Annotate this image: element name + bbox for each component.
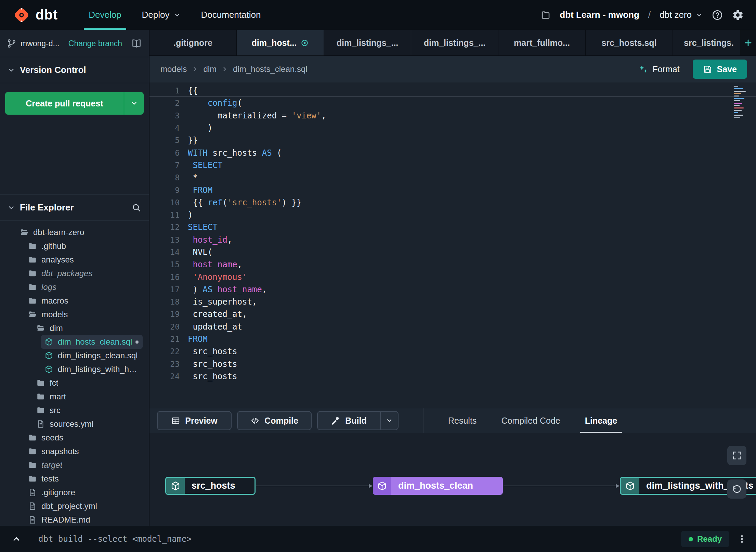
save-label: Save xyxy=(717,64,737,74)
editor-tab[interactable]: src_listings. xyxy=(673,30,745,55)
code-line[interactable]: 4 ) xyxy=(149,122,756,134)
code-line[interactable]: 10 {{ ref('src_hosts') }} xyxy=(149,196,756,209)
minimap[interactable] xyxy=(734,86,751,119)
line-number: 3 xyxy=(149,111,180,120)
code-text: src_hosts xyxy=(180,347,237,356)
code-line[interactable]: 5}} xyxy=(149,134,756,146)
code-line[interactable]: 7 SELECT xyxy=(149,159,756,171)
tree-item[interactable]: tests xyxy=(0,472,149,486)
tree-item[interactable]: dim_listings_clean.sql xyxy=(0,349,149,362)
code-line[interactable]: 18 is_superhost, xyxy=(149,296,756,308)
code-text: updated_at xyxy=(180,322,242,332)
tree-item[interactable]: .gitignore xyxy=(0,486,149,499)
breadcrumb-bar: modelsdimdim_hosts_clean.sql Format Save xyxy=(149,56,756,82)
build-button[interactable]: Build xyxy=(317,411,399,430)
tree-item[interactable]: analyses xyxy=(0,253,149,267)
build-options-chevron-icon[interactable] xyxy=(380,412,398,429)
expand-console-chevron-icon[interactable] xyxy=(9,531,24,547)
command-input[interactable]: dbt build --select <model_name> xyxy=(38,534,192,544)
lineage-node[interactable]: dim_hosts_clean xyxy=(373,477,503,495)
code-editor[interactable]: 1{{2 config(3 materialized = 'view',4 )5… xyxy=(149,82,756,408)
code-line[interactable]: 17 ) AS host_name, xyxy=(149,283,756,296)
nav-develop[interactable]: Develop xyxy=(78,0,131,30)
code-line[interactable]: 23 src_hosts xyxy=(149,358,756,370)
tree-item[interactable]: dbt_packages xyxy=(0,267,149,280)
tree-item[interactable]: seeds xyxy=(0,431,149,445)
tree-item[interactable]: logs xyxy=(0,280,149,294)
compile-button[interactable]: Compile xyxy=(237,411,312,430)
result-tab-lineage[interactable]: Lineage xyxy=(573,408,629,433)
code-line[interactable]: 8 * xyxy=(149,171,756,184)
tree-item[interactable]: dim_listings_with_hosts... xyxy=(0,362,149,376)
code-line[interactable]: 1{{ xyxy=(149,85,756,97)
tree-item[interactable]: mart xyxy=(0,390,149,403)
code-line[interactable]: 21FROM xyxy=(149,333,756,345)
breadcrumb-item[interactable]: dim_hosts_clean.sql xyxy=(233,64,307,74)
line-number: 4 xyxy=(149,124,180,132)
tree-item[interactable]: dbt_project.yml xyxy=(0,499,149,513)
code-line[interactable]: 16 'Anonymous' xyxy=(149,271,756,283)
tree-item[interactable]: snapshots xyxy=(0,445,149,458)
code-line[interactable]: 13 host_id, xyxy=(149,234,756,246)
search-icon[interactable] xyxy=(132,203,141,213)
tree-item[interactable]: src xyxy=(0,403,149,417)
editor-tab[interactable]: src_hosts.sql xyxy=(586,30,673,55)
tree-item-label: mart xyxy=(50,392,66,401)
preview-button[interactable]: Preview xyxy=(157,411,232,430)
code-line[interactable]: 24 src_hosts xyxy=(149,370,756,383)
create-pr-dropdown-chevron[interactable] xyxy=(124,92,144,115)
create-pull-request-button[interactable]: Create pull request xyxy=(5,92,144,115)
tree-item[interactable]: dbt-learn-zero xyxy=(0,226,149,239)
code-line[interactable]: 9 FROM xyxy=(149,184,756,196)
nav-deploy[interactable]: Deploy xyxy=(132,0,191,30)
settings-gear-icon[interactable] xyxy=(732,9,744,21)
result-tab-compiled-code[interactable]: Compiled Code xyxy=(489,408,572,433)
nav-documentation[interactable]: Documentation xyxy=(191,0,271,30)
dbt-logo[interactable]: dbt xyxy=(12,6,58,24)
editor-tab[interactable]: dim_host... xyxy=(237,30,324,55)
code-line[interactable]: 12SELECT xyxy=(149,221,756,233)
tree-item-label: analyses xyxy=(41,255,74,265)
tree-item[interactable]: target xyxy=(0,458,149,472)
tree-item[interactable]: README.md xyxy=(0,513,149,527)
lineage-node[interactable]: src_hosts xyxy=(165,477,256,495)
tree-item[interactable]: macros xyxy=(0,294,149,308)
help-icon[interactable] xyxy=(712,9,723,21)
add-tab-icon[interactable] xyxy=(740,30,756,55)
tree-item[interactable]: dim_hosts_clean.sql xyxy=(0,335,149,349)
code-line[interactable]: 20 updated_at xyxy=(149,321,756,333)
code-line[interactable]: 6WITH src_hosts AS ( xyxy=(149,146,756,159)
editor-tab[interactable]: dim_listings_... xyxy=(411,30,498,55)
code-line[interactable]: 19 created_at, xyxy=(149,308,756,320)
save-button[interactable]: Save xyxy=(693,60,747,79)
editor-tab[interactable]: mart_fullmo... xyxy=(498,30,586,55)
tab-label: src_hosts.sql xyxy=(601,38,656,48)
tree-item[interactable]: .github xyxy=(0,239,149,253)
change-branch-link[interactable]: Change branch xyxy=(68,39,122,48)
format-button[interactable]: Format xyxy=(638,64,679,74)
code-line[interactable]: 15 host_name, xyxy=(149,258,756,271)
tree-item[interactable]: models xyxy=(0,308,149,321)
kebab-menu-icon[interactable] xyxy=(737,534,747,544)
code-line[interactable]: 14 NVL( xyxy=(149,246,756,258)
breadcrumb-item[interactable]: models xyxy=(160,64,187,74)
tree-item[interactable]: fct xyxy=(0,376,149,390)
code-line[interactable]: 22 src_hosts xyxy=(149,345,756,358)
line-number: 22 xyxy=(149,347,180,356)
code-line[interactable]: 3 materialized = 'view', xyxy=(149,110,756,122)
tree-item[interactable]: dim xyxy=(0,321,149,335)
build-button-main: Build xyxy=(318,412,380,429)
editor-tab[interactable]: .gitignore xyxy=(149,30,237,55)
fullscreen-icon[interactable] xyxy=(727,446,746,465)
breadcrumb-item[interactable]: dim xyxy=(203,64,217,74)
editor-tab[interactable]: dim_listings_... xyxy=(324,30,411,55)
tree-item[interactable]: sources.yml xyxy=(0,417,149,431)
code-line[interactable]: 2 config( xyxy=(149,97,756,109)
result-tab-results[interactable]: Results xyxy=(436,408,489,433)
reset-view-icon[interactable] xyxy=(727,479,746,499)
environment-picker[interactable]: dbt zero xyxy=(660,10,703,20)
file-explorer-header[interactable]: File Explorer xyxy=(0,195,149,221)
version-control-header[interactable]: Version Control xyxy=(0,57,149,83)
docs-book-icon[interactable] xyxy=(131,38,142,49)
code-line[interactable]: 11) xyxy=(149,209,756,221)
